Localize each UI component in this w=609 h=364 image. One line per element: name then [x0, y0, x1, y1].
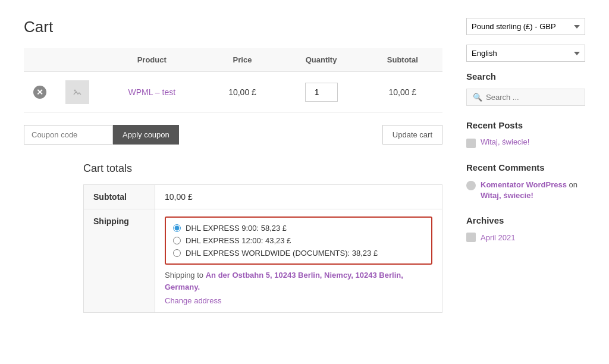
- recent-posts-section: Recent Posts Witaj, świecie!: [466, 120, 585, 148]
- recent-comments-title: Recent Comments: [466, 162, 585, 172]
- search-input[interactable]: [486, 93, 579, 102]
- shipping-options-cell: DHL EXPRESS 9:00: 58,23 £ DHL EXPRESS 12…: [155, 209, 442, 313]
- comment-author-link[interactable]: Komentator WordPress: [481, 180, 567, 189]
- shipping-to-text: Shipping to: [165, 271, 203, 280]
- shipping-option-3: DHL EXPRESS WORLDWIDE (DOCUMENTS): 38,23…: [173, 249, 424, 258]
- svg-rect-0: [71, 86, 83, 98]
- search-box: 🔍: [466, 89, 585, 106]
- cart-table: Product Price Quantity Subtotal ✕: [24, 48, 442, 113]
- comment-icon: [466, 181, 476, 190]
- shipping-radio-2[interactable]: [173, 237, 181, 244]
- remove-item-button[interactable]: ✕: [33, 86, 46, 99]
- product-link[interactable]: WPML – test: [128, 87, 175, 97]
- recent-posts-title: Recent Posts: [466, 120, 585, 130]
- cart-totals: Cart totals Subtotal 10,00 £ Shipping DH…: [83, 162, 442, 313]
- shipping-row: Shipping DHL EXPRESS 9:00: 58,23 £ DHL E…: [84, 209, 442, 313]
- archive-item: April 2021: [466, 233, 585, 242]
- currency-select[interactable]: Pound sterling (£) - GBP Euro (€) - EUR …: [466, 18, 585, 35]
- col-quantity: Quantity: [280, 48, 362, 72]
- sidebar: Pound sterling (£) - GBP Euro (€) - EUR …: [466, 18, 585, 313]
- recent-post-item: Witaj, świecie!: [466, 137, 585, 148]
- coupon-row: Apply coupon Update cart: [24, 125, 442, 145]
- shipping-option-3-label: DHL EXPRESS WORLDWIDE (DOCUMENTS): 38,23…: [186, 249, 378, 258]
- change-address-link[interactable]: Change address: [165, 296, 432, 305]
- apply-coupon-button[interactable]: Apply coupon: [113, 125, 179, 145]
- cart-totals-title: Cart totals: [83, 162, 442, 175]
- archives-section: Archives April 2021: [466, 215, 585, 242]
- comment-post-link[interactable]: Witaj, świecie!: [481, 191, 533, 200]
- shipping-address: Shipping to An der Ostbahn 5, 10243 Berl…: [165, 269, 432, 293]
- col-price: Price: [205, 48, 280, 72]
- table-row: ✕ WPML – test 10: [24, 72, 442, 113]
- language-select[interactable]: English Polish German: [466, 45, 585, 62]
- shipping-option-2: DHL EXPRESS 12:00: 43,23 £: [173, 236, 424, 245]
- col-image: [56, 48, 99, 72]
- recent-comments-section: Recent Comments Komentator WordPress on …: [466, 162, 585, 201]
- product-subtotal: 10,00 £: [363, 72, 442, 113]
- col-subtotal: Subtotal: [363, 48, 442, 72]
- comment-text: Komentator WordPress on Witaj, świecie!: [481, 180, 585, 201]
- shipping-radio-1[interactable]: [173, 224, 181, 232]
- search-icon: 🔍: [473, 93, 482, 102]
- recent-comment-item: Komentator WordPress on Witaj, świecie!: [466, 180, 585, 201]
- shipping-option-1-label: DHL EXPRESS 9:00: 58,23 £: [186, 224, 287, 233]
- subtotal-row: Subtotal 10,00 £: [84, 185, 442, 209]
- col-remove: [24, 48, 56, 72]
- page-title: Cart: [24, 18, 442, 36]
- comment-on-text: on: [569, 180, 577, 189]
- totals-table: Subtotal 10,00 £ Shipping DHL EXPRESS 9:…: [83, 184, 442, 313]
- archive-link[interactable]: April 2021: [481, 233, 516, 242]
- archives-title: Archives: [466, 215, 585, 225]
- archive-icon: [466, 233, 476, 242]
- shipping-label: Shipping: [84, 209, 155, 313]
- svg-point-1: [74, 90, 76, 92]
- post-icon: [466, 139, 476, 148]
- shipping-option-1: DHL EXPRESS 9:00: 58,23 £: [173, 224, 424, 233]
- shipping-box: DHL EXPRESS 9:00: 58,23 £ DHL EXPRESS 12…: [165, 216, 432, 265]
- quantity-input[interactable]: [305, 83, 338, 102]
- col-product: Product: [99, 48, 205, 72]
- product-image: [65, 80, 89, 104]
- subtotal-value: 10,00 £: [155, 185, 442, 209]
- update-cart-button[interactable]: Update cart: [382, 125, 442, 145]
- product-price: 10,00 £: [205, 72, 280, 113]
- subtotal-label: Subtotal: [84, 185, 155, 209]
- shipping-radio-3[interactable]: [173, 249, 181, 257]
- search-section: Search 🔍: [466, 71, 585, 106]
- coupon-input[interactable]: [24, 125, 113, 145]
- shipping-option-2-label: DHL EXPRESS 12:00: 43,23 £: [186, 236, 291, 245]
- search-title: Search: [466, 71, 585, 81]
- recent-post-link[interactable]: Witaj, świecie!: [481, 137, 529, 146]
